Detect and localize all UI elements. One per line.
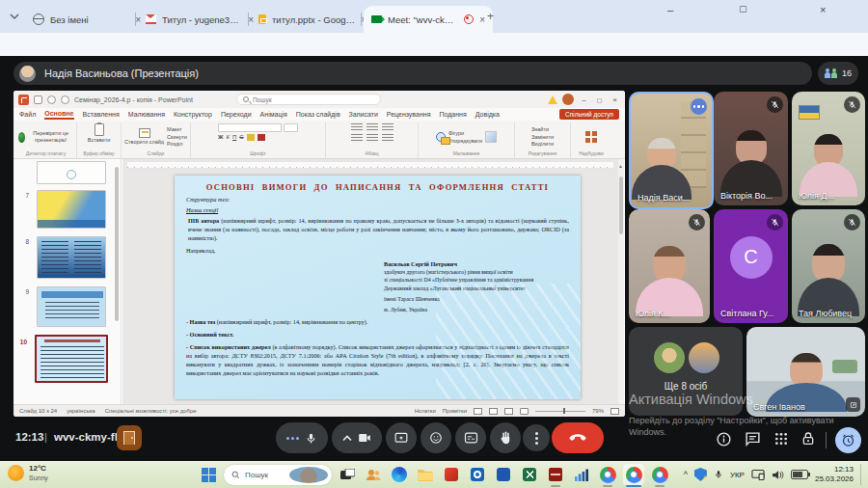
slide-thumbnail-9[interactable] [37,286,106,327]
mobile-signal-app-icon[interactable] [571,464,592,485]
ppt-tab-help[interactable]: Довідка [475,111,500,118]
align-left-icon[interactable] [351,134,363,142]
ppt-tab-review[interactable]: Рецензування [387,111,431,118]
plagiarism-checker-icon[interactable] [18,132,25,143]
battery-icon[interactable] [791,470,808,479]
more-options-kebab[interactable] [523,424,550,451]
video-tile-yuliya-k[interactable]: Юлія К... [629,209,710,323]
ppt-tab-transitions[interactable]: Переходи [221,111,252,118]
video-tile-taya[interactable]: Тая Любивец [792,209,865,323]
replace-button[interactable]: Замінити [531,134,554,141]
italic-button[interactable]: К [226,134,230,141]
bullets-icon[interactable] [351,123,363,131]
video-tile-nadiya[interactable]: Надія Васи... [629,92,714,209]
language-indicator[interactable]: УКР [730,471,745,479]
ppt-close-button[interactable]: × [610,95,620,104]
slideshow-view-icon[interactable] [520,408,529,415]
chrome-profile2-active-icon[interactable] [623,464,644,485]
file-explorer-icon[interactable] [415,464,436,485]
window-maximize-button[interactable]: ▢ [739,4,747,14]
thumbnail-scrollbar[interactable] [115,167,119,321]
chevron-up-icon[interactable] [342,435,352,442]
tile-menu-icon[interactable] [691,98,707,115]
bold-button[interactable]: Ж [218,134,223,141]
camera-icon[interactable] [358,432,371,444]
video-tile-svitlana[interactable]: C Світлана Гу... [714,209,788,323]
ppt-tab-record[interactable]: Записати [349,111,378,118]
ppt-tab-view[interactable]: Подання [439,111,466,118]
find-button[interactable]: Знайти [531,126,549,133]
video-tile-viktoriya[interactable]: Вікторія Во... [714,92,788,205]
font-size-box[interactable] [284,123,298,132]
tab-slides[interactable]: титул.pptx - Google Презента... × [251,6,374,33]
window-close-button[interactable]: × [820,4,826,15]
camera-control[interactable] [332,422,382,453]
security-shield-icon[interactable] [694,468,707,481]
chat-people-app-icon[interactable] [363,464,384,485]
ppt-tab-insert[interactable]: Вставлення [83,111,120,118]
pip-icon[interactable] [846,397,860,412]
font-color-icon[interactable] [258,134,265,141]
task-view-button[interactable] [337,464,358,485]
tray-chevron-icon[interactable]: ^ [684,470,688,479]
new-tab-button[interactable]: + [487,10,494,23]
video-tile-yevhen[interactable]: Євген Іванов [746,327,865,417]
slide-sorter-icon[interactable] [489,408,498,415]
new-slide-button[interactable]: Створити слайд [124,139,164,146]
shapes-button[interactable]: Фігури [448,130,464,137]
participant-count-chip[interactable]: 16 [818,62,858,85]
normal-view-icon[interactable] [474,408,482,415]
current-slide-canvas[interactable]: ОСНОВНІ ВИМОГИ ДО НАПИСАННЯ ТА ОФОРМЛЕНН… [175,176,581,399]
end-call-button[interactable] [552,422,604,453]
section-button[interactable]: Розділ [167,141,182,148]
tray-mic-icon[interactable] [714,469,723,480]
save-icon[interactable] [34,95,42,104]
word-app-icon[interactable] [493,464,514,485]
ppt-tab-home[interactable]: Основне [44,110,73,120]
undo-icon[interactable] [47,95,56,104]
slide-thumbnail-partial[interactable] [37,161,106,184]
raise-hand-button[interactable] [490,422,521,453]
mic-control[interactable] [276,422,328,453]
redo-icon[interactable] [61,95,69,104]
start-button[interactable] [198,464,219,485]
slide-thumbnail-7[interactable] [37,190,106,229]
office-app-icon[interactable] [441,464,462,485]
excel-icon[interactable] [519,464,540,485]
paste-button[interactable]: Вставити [88,137,111,144]
tab-gmail[interactable]: Титул - yugene35@gmail.com × [138,6,261,33]
slide-vertical-scrollbar[interactable]: ▲ [618,159,624,404]
audio-device-dots-icon[interactable] [286,437,299,440]
ppt-tab-draw[interactable]: Малювання [128,111,165,118]
slide-thumbnail-10-selected[interactable] [35,335,108,383]
addins-icon[interactable] [585,131,597,143]
scroll-up-icon[interactable]: ▲ [618,163,623,169]
tab-meet-active[interactable]: Meet: "wvv-ckmy-fkx" × [364,6,493,33]
numbering-icon[interactable] [366,123,378,131]
ppt-maximize-button[interactable]: ▢ [594,96,606,103]
captions-button[interactable] [455,422,486,453]
select-button[interactable]: Виділити [531,141,554,148]
search-highlight-image[interactable] [289,467,329,483]
ppt-tab-slideshow[interactable]: Показ слайдів [296,111,340,118]
zoom-level[interactable]: 79% [592,408,604,414]
arrange-button[interactable]: Упорядкувати [448,138,482,145]
ppt-tab-file[interactable]: Файл [19,111,36,118]
door-extension-icon[interactable] [117,425,142,450]
fit-slide-icon[interactable] [610,408,619,415]
cast-screen-icon[interactable] [751,470,765,480]
mic-icon[interactable] [305,432,317,445]
align-center-icon[interactable] [366,134,378,142]
taskbar-weather-widget[interactable]: 12°C Sunny [8,464,48,482]
taskbar-search-box[interactable]: Пошук [224,465,332,485]
new-slide-icon[interactable] [139,128,150,138]
slide-thumbnail-8[interactable] [37,236,106,279]
ppt-tab-design[interactable]: Конструктор [174,111,212,118]
tab-search-chevron-icon[interactable] [10,13,19,20]
comments-button[interactable]: Примітки [443,408,467,414]
ppt-search-box[interactable]: Пошук [236,94,381,105]
scrollbar-thumb[interactable] [619,176,623,234]
edge-browser-icon[interactable] [389,464,410,485]
shapes-icon[interactable] [436,132,446,142]
strikethrough-button[interactable]: С [239,134,243,141]
